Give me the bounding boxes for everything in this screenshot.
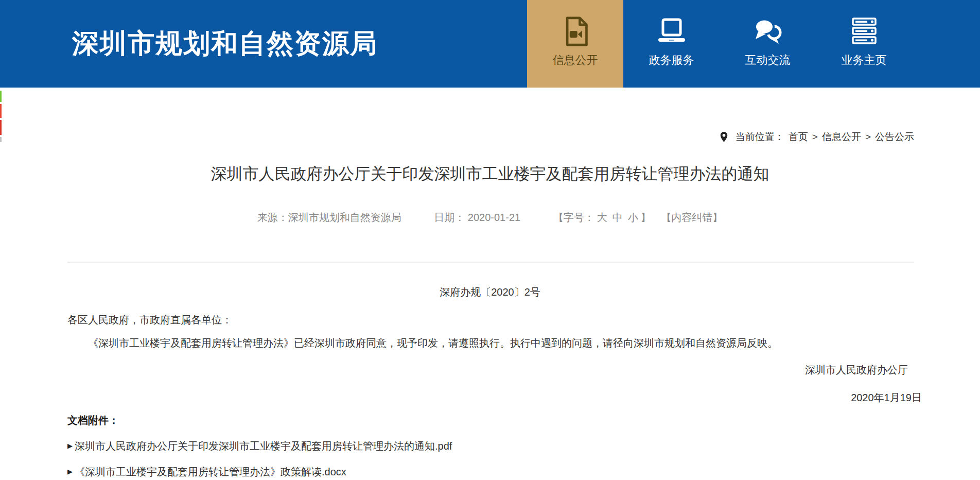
breadcrumb: 当前位置： 首页 > 信息公开 > 公告公示 [0,131,914,143]
nav-label: 政务服务 [649,54,694,67]
nav-item-interaction[interactable]: 互动交流 [720,0,816,88]
nav-item-info-disclosure[interactable]: 信息公开 [527,0,623,88]
clipped-widget-red [0,120,2,135]
clipped-widget-red [0,104,2,118]
fontsize-close: 】 [641,212,651,223]
fontsize-small-button[interactable]: 小 [628,212,638,223]
document-number: 深府办规〔2020〕2号 [0,285,980,299]
attachment-link-pdf[interactable]: ▶ 深圳市人民政府办公厅关于印发深圳市工业楼宇及配套用房转让管理办法的通知.pd… [67,439,913,453]
triangle-bullet-icon: ▶ [67,439,73,453]
nav-item-gov-services[interactable]: 政务服务 [623,0,720,88]
chat-bubbles-icon [751,15,784,47]
breadcrumb-info-disclosure[interactable]: 信息公开 [822,131,861,143]
section-divider [67,262,914,263]
document-video-icon [561,15,590,47]
clipped-side-widgets [0,91,2,144]
nav-label: 互动交流 [745,54,791,67]
attachment-file-name: 《深圳市工业楼宇及配套用房转让管理办法》政策解读.docx [75,465,346,478]
breadcrumb-label: 当前位置： [736,131,784,143]
laptop-icon [655,15,688,47]
article-meta: 来源：深圳市规划和自然资源局 日期： 2020-01-21 【字号：大中小】 【… [0,210,980,225]
signature-name: 深圳市人民政府办公厅 [0,363,980,376]
attachment-link-docx[interactable]: ▶ 《深圳市工业楼宇及配套用房转让管理办法》政策解读.docx [67,465,913,478]
nav-item-business-home[interactable]: 业务主页 [816,0,912,88]
nav-label: 信息公开 [553,54,598,67]
breadcrumb-separator: > [812,131,818,143]
clipped-widget-green [0,91,2,102]
main-content: 当前位置： 首页 > 信息公开 > 公告公示 深圳市人民政府办公厅关于印发深圳市… [0,131,980,478]
article-title: 深圳市人民政府办公厅关于印发深圳市工业楼宇及配套用房转让管理办法的通知 [67,164,913,184]
breadcrumb-separator: > [865,131,871,143]
body-paragraph: 《深圳市工业楼宇及配套用房转让管理办法》已经深圳市政府同意，现予印发，请遵照执行… [67,335,913,351]
meta-source: 来源：深圳市规划和自然资源局 [257,212,401,223]
main-nav: 信息公开 政务服务 [527,0,912,88]
site-header: 深圳市规划和自然资源局 信息公开 [0,0,980,88]
meta-date: 日期： 2020-01-21 [434,212,520,223]
site-logo[interactable]: 深圳市规划和自然资源局 [72,0,378,88]
server-stack-icon [850,15,879,47]
fontsize-open: 【字号： [553,212,594,223]
breadcrumb-home[interactable]: 首页 [789,131,808,143]
triangle-bullet-icon: ▶ [67,465,73,478]
page: 深圳市规划和自然资源局 信息公开 [0,0,980,480]
attachment-file-name: 深圳市人民政府办公厅关于印发深圳市工业楼宇及配套用房转让管理办法的通知.pdf [75,439,452,453]
clipped-widget-gray [0,137,2,142]
fontsize-medium-button[interactable]: 中 [612,212,623,223]
breadcrumb-current[interactable]: 公告公示 [875,131,914,143]
attachments-label: 文档附件： [67,414,913,427]
nav-label: 业务主页 [842,54,887,67]
content-correction-button[interactable]: 【内容纠错】 [661,212,723,223]
location-pin-icon [720,131,728,143]
body-salutation: 各区人民政府，市政府直属各单位： [67,313,913,327]
fontsize-large-button[interactable]: 大 [597,212,607,223]
fontsize-control: 【字号：大中小】 [553,212,658,223]
signature-date: 2020年1月19日 [0,391,980,404]
